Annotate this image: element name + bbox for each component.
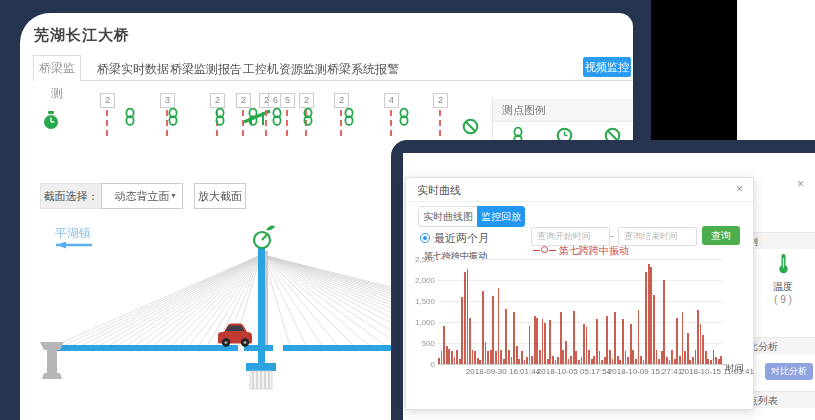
sensor-count-badge: 2 bbox=[210, 93, 225, 108]
legend-marker-icon bbox=[549, 250, 556, 251]
sensor-count-badge: 2 bbox=[100, 93, 115, 108]
vibration-bar bbox=[575, 351, 577, 364]
vibration-bar bbox=[531, 356, 533, 364]
vibration-bar bbox=[632, 350, 634, 364]
tower-footing-piles bbox=[250, 371, 272, 389]
vibration-bar bbox=[472, 350, 474, 364]
vibration-bar bbox=[661, 351, 663, 364]
vibration-bar bbox=[656, 350, 658, 364]
vibration-chart: 2,5002,0001,5001,0005000 bbox=[438, 259, 723, 364]
section-select-value: 动态背立面 bbox=[115, 190, 170, 202]
section-select-dropdown[interactable]: 动态背立面 ▼ bbox=[101, 183, 183, 209]
vibration-bar bbox=[469, 318, 471, 364]
close-icon[interactable]: × bbox=[736, 182, 743, 196]
vibration-bar bbox=[697, 310, 699, 364]
vibration-bar bbox=[560, 312, 562, 364]
tab-monitor-report[interactable]: 桥梁监测报告 bbox=[170, 61, 242, 78]
vibration-bar bbox=[702, 335, 704, 364]
chevron-down-icon: ▼ bbox=[170, 184, 177, 208]
vibration-bar bbox=[596, 319, 598, 364]
temperature-legend-item[interactable]: 温度 ( 9 ) bbox=[763, 253, 803, 305]
vibration-bar bbox=[526, 357, 528, 364]
vibration-bar bbox=[529, 326, 531, 364]
vibration-bar bbox=[456, 350, 458, 364]
vibration-bar bbox=[482, 291, 484, 364]
legend-label: 第七跨跨中振动 bbox=[559, 245, 629, 256]
legend-marker-icon bbox=[541, 246, 548, 253]
vibration-bar bbox=[534, 316, 536, 364]
vibration-bar bbox=[573, 311, 575, 364]
gridline bbox=[438, 343, 723, 344]
zoom-section-button[interactable]: 放大截面 bbox=[194, 183, 246, 209]
chain-link-icon[interactable] bbox=[214, 108, 226, 126]
tab-underline bbox=[33, 80, 633, 81]
vibration-bar bbox=[500, 350, 502, 364]
vibration-bar bbox=[640, 356, 642, 364]
sensor-count-badge: 2 bbox=[433, 93, 448, 108]
radio-label: 最近两个月 bbox=[434, 231, 489, 246]
vibration-bar bbox=[604, 357, 606, 364]
video-monitor-button[interactable]: 视频监控 bbox=[583, 57, 631, 77]
vibration-bar bbox=[622, 319, 624, 364]
thermometer-icon bbox=[777, 253, 790, 274]
vibration-bar bbox=[625, 351, 627, 364]
tab-ipc-resource[interactable]: 工控机资源监测 bbox=[243, 61, 327, 78]
vibration-bar bbox=[581, 357, 583, 364]
tab-realtime-curve-chart[interactable]: 实时曲线图 bbox=[418, 206, 478, 227]
tab-system-alarm[interactable]: 桥梁系统报警 bbox=[327, 61, 399, 78]
chain-link-icon[interactable] bbox=[247, 108, 259, 126]
gridline bbox=[438, 322, 723, 323]
vibration-bar bbox=[588, 350, 590, 364]
car bbox=[218, 324, 252, 347]
tab-monitor-playback[interactable]: 监控回放 bbox=[477, 206, 525, 227]
vibration-bar bbox=[446, 346, 448, 364]
y-axis-tick-label: 0 bbox=[395, 360, 435, 369]
vibration-bar bbox=[630, 324, 632, 364]
chain-link-icon[interactable] bbox=[343, 108, 355, 126]
query-button[interactable]: 查询 bbox=[702, 226, 740, 245]
vibration-bar bbox=[467, 269, 469, 364]
y-axis-tick-label: 1,500 bbox=[395, 297, 435, 306]
vibration-bar bbox=[715, 357, 717, 364]
background-white-region bbox=[737, 0, 815, 145]
vibration-bar bbox=[562, 350, 564, 364]
vibration-bar bbox=[684, 351, 686, 364]
vibration-bar bbox=[549, 320, 551, 364]
vibration-bar bbox=[513, 312, 515, 365]
chart-legend[interactable]: 第七跨跨中振动 bbox=[501, 244, 661, 258]
sensor-drop-line bbox=[106, 110, 108, 136]
vibration-bar bbox=[676, 318, 678, 364]
panel-close-icon[interactable]: × bbox=[797, 177, 804, 191]
radio-last-two-months[interactable] bbox=[420, 233, 430, 243]
chain-link-icon[interactable] bbox=[271, 108, 283, 126]
vibration-bar bbox=[464, 272, 466, 364]
place-label: 平湖镇 bbox=[55, 226, 91, 240]
sensor-count-badge: 2 bbox=[334, 93, 349, 108]
chain-link-icon[interactable] bbox=[124, 108, 136, 126]
sensor-count-badge: 3 bbox=[160, 93, 175, 108]
no-entry-icon[interactable] bbox=[462, 118, 479, 135]
compare-analysis-button[interactable]: 对比分析 bbox=[765, 363, 813, 380]
vibration-bar bbox=[606, 316, 608, 364]
chain-link-icon[interactable] bbox=[167, 108, 179, 126]
chain-link-icon[interactable] bbox=[398, 108, 410, 126]
vibration-bar bbox=[542, 319, 544, 364]
sensor-count-badge: 2 bbox=[299, 93, 314, 108]
legend-panel-title: 测点图例 bbox=[502, 103, 546, 118]
vibration-bar bbox=[441, 351, 443, 364]
sensor-count-badge: 5 bbox=[280, 93, 295, 108]
screen: 芜湖长江大桥 桥梁监测 桥梁实时数据 桥梁监测报告 工控机资源监测 桥梁系统报警… bbox=[0, 0, 815, 420]
tab-bridge-monitor[interactable]: 桥梁监测 bbox=[33, 55, 81, 82]
vibration-bar bbox=[557, 357, 559, 364]
vibration-bar bbox=[490, 350, 492, 364]
tower-footing-cap bbox=[246, 363, 276, 371]
stopwatch-icon[interactable] bbox=[42, 111, 60, 131]
direction-arrow-icon bbox=[56, 242, 92, 249]
vibration-bar bbox=[720, 356, 722, 364]
sensor-drop-line bbox=[340, 110, 342, 136]
page-title: 芜湖长江大桥 bbox=[34, 26, 130, 45]
tab-realtime-data[interactable]: 桥梁实时数据 bbox=[97, 61, 169, 78]
vibration-bar bbox=[485, 342, 487, 364]
chain-link-icon[interactable] bbox=[302, 108, 314, 126]
vibration-bar bbox=[682, 312, 684, 365]
